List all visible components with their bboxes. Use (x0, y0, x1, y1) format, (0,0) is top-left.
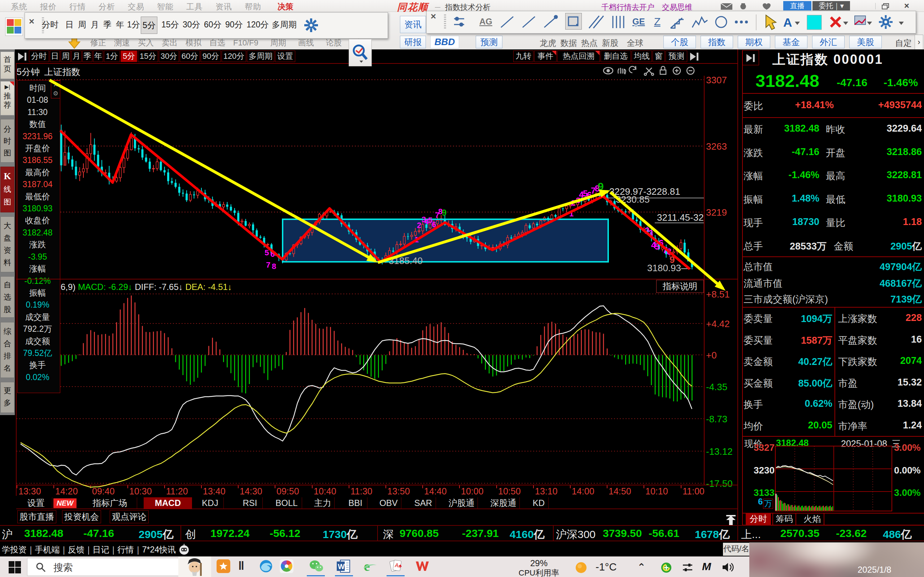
svg-text:AG: AG (479, 16, 492, 26)
svg-text:Z̲: Z̲ (654, 16, 661, 27)
svg-text:A: A (783, 16, 792, 29)
svg-text:W: W (338, 562, 345, 571)
svg-text:G̹E: G̹E (632, 16, 645, 27)
svg-text:A♠: A♠ (394, 562, 402, 569)
